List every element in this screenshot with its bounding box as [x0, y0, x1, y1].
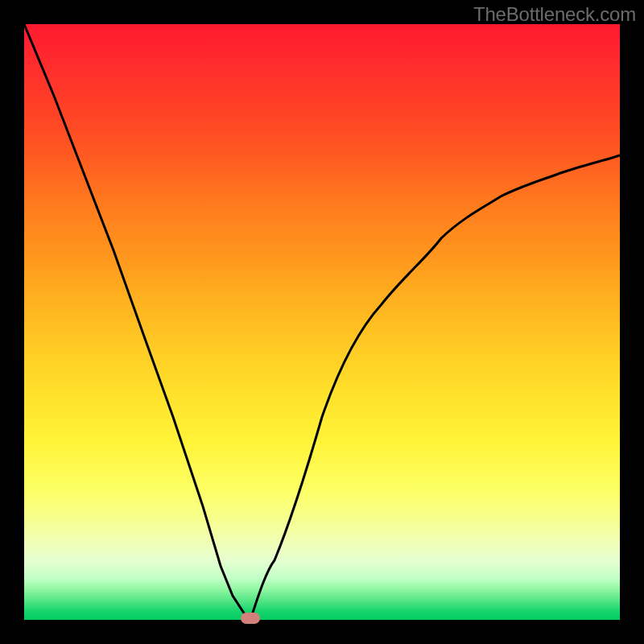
chart-frame: TheBottleneck.com — [0, 0, 644, 644]
plot-area — [24, 24, 620, 620]
optimal-marker — [241, 613, 260, 624]
watermark-text: TheBottleneck.com — [473, 3, 636, 26]
curve-left-branch — [24, 24, 250, 620]
curve-right-branch — [250, 155, 620, 620]
bottleneck-curve — [24, 24, 620, 620]
